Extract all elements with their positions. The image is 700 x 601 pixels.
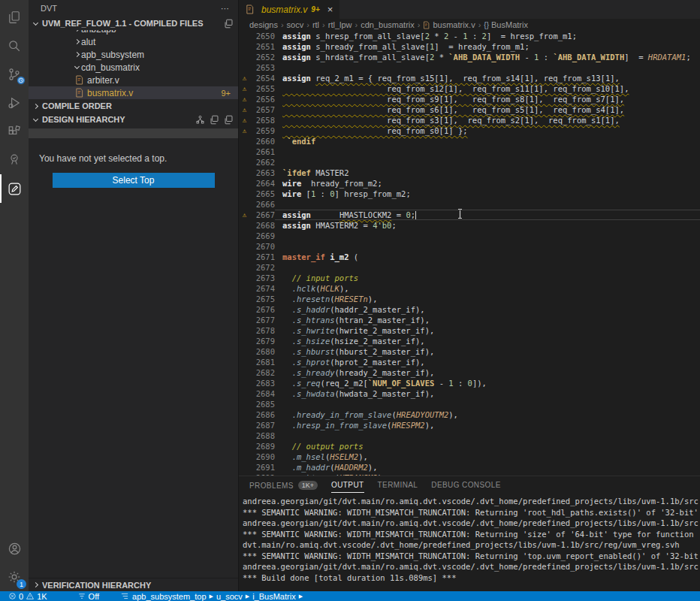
- source-control-icon[interactable]: [0, 60, 29, 89]
- compile-order-header[interactable]: COMPILE ORDER: [29, 99, 238, 113]
- code-line-2673[interactable]: 2673 // input ports: [239, 273, 700, 283]
- tree-item-arbiter-v[interactable]: arbiter.v: [29, 74, 238, 86]
- verification-tree-icon[interactable]: [0, 146, 29, 174]
- tree-item-alut[interactable]: alut: [29, 35, 238, 48]
- code-line-2651[interactable]: 2651assign s_hready_from_all_slave[1] = …: [239, 41, 700, 52]
- code-line-2665[interactable]: 2665wire [1 : 0] hresp_from_m2;: [239, 189, 700, 199]
- breadcrumb-item-rtl_lpw[interactable]: rtl_lpw: [328, 20, 352, 29]
- copy-icon[interactable]: [210, 115, 219, 125]
- explorer-icon[interactable]: [0, 3, 29, 32]
- dvt-edit-icon[interactable]: [0, 174, 29, 203]
- breadcrumb-item-busmatrix-v[interactable]: busmatrix.v: [423, 20, 475, 29]
- code-line-2690[interactable]: 2690 .m_hsel(HSELM2),: [239, 452, 700, 462]
- code-line-2652[interactable]: 2652assign s_hrdata_from_all_slave[2 * `…: [239, 52, 700, 62]
- line-number: 2667: [250, 210, 275, 220]
- code-line-2669[interactable]: 2669: [239, 231, 700, 241]
- code-line-2680[interactable]: 2680 .s_hburst(hburst_2_master_if),: [239, 346, 700, 357]
- code-line-2676[interactable]: 2676 .s_haddr(haddr_2_master_if),: [239, 304, 700, 315]
- settings-gear-icon[interactable]: 1: [0, 563, 29, 591]
- code-line-2692[interactable]: 2692 .m_htrans(HTRANSM2): [239, 473, 700, 476]
- hierarchy-path-item[interactable]: u_socv: [216, 592, 243, 601]
- code-line-2670[interactable]: 2670: [239, 241, 700, 252]
- verification-hierarchy-header[interactable]: VERIFICATION HIERARCHY: [29, 578, 238, 591]
- problems-status[interactable]: 0 1K: [4, 591, 52, 601]
- more-actions-icon[interactable]: ⋯: [221, 4, 229, 14]
- code-line-2687[interactable]: 2687 .hresp_in_from_slave(HRESPM2),: [239, 420, 700, 430]
- code-line-2663[interactable]: 2663`ifdef MASTER2: [239, 168, 700, 178]
- code-line-2659[interactable]: ⚠2659 req_from_s0[1] };: [239, 125, 700, 136]
- search-icon[interactable]: [0, 32, 29, 60]
- panel-tab-output[interactable]: OUTPUT: [331, 481, 364, 493]
- hierarchy-path[interactable]: apb_subsystem_top▶u_socv▶i_BusMatrix▶: [116, 591, 307, 601]
- code-line-2685[interactable]: 2685: [239, 399, 700, 409]
- code-line-2677[interactable]: 2677 .s_htrans(htran_2_master_if),: [239, 315, 700, 325]
- code-text: [275, 262, 700, 273]
- hierarchy-path-item[interactable]: apb_subsystem_top: [132, 592, 206, 601]
- code-line-2686[interactable]: 2686 .hready_in_from_slave(HREADYOUTM2),: [239, 409, 700, 420]
- output-console[interactable]: andreea.georgian/git/dvt.main/ro.amiq.dv…: [239, 495, 700, 591]
- breadcrumb-item-rtl[interactable]: rtl: [312, 20, 319, 29]
- code-line-2672[interactable]: 2672: [239, 262, 700, 273]
- code-line-2674[interactable]: 2674 .hclk(HCLK),: [239, 283, 700, 294]
- code-line-2664[interactable]: 2664wire hready_from_m2;: [239, 178, 700, 189]
- code-line-2655[interactable]: ⚠2655 req_from_s12[1], req_from_s11[1], …: [239, 83, 700, 94]
- code-line-2678[interactable]: 2678 .s_hwrite(hwrite_2_master_if),: [239, 325, 700, 336]
- compiled-files-header[interactable]: UVM_REF_FLOW_1.1 - COMPILED FILES: [29, 17, 238, 30]
- code-line-2653[interactable]: 2653: [239, 62, 700, 73]
- breadcrumb-item-socv[interactable]: socv: [287, 20, 304, 29]
- design-hierarchy-header[interactable]: DESIGN HIERARCHY: [29, 113, 238, 126]
- code-line-2684[interactable]: 2684 .s_hwdata(hwdata_2_master_if),: [239, 388, 700, 399]
- breadcrumb-item-designs[interactable]: designs: [249, 20, 278, 29]
- panel-tab-terminal[interactable]: TERMINAL: [378, 481, 418, 492]
- line-number: 2670: [250, 241, 275, 252]
- gutter-spacer: [239, 136, 250, 146]
- code-line-2668[interactable]: 2668assign HMASTERM2 = 4'b0;: [239, 220, 700, 231]
- code-line-2667[interactable]: ⚠2667assign HMASTLOCKM2 = 0;: [239, 210, 700, 220]
- code-line-2658[interactable]: ⚠2658 req_from_s3[1], req_from_s2[1], re…: [239, 115, 700, 125]
- tree-item-cdn_busmatrix[interactable]: cdn_busmatrix: [29, 61, 238, 74]
- code-line-2650[interactable]: 2650assign s_hresp_from_all_slave[2 * 2 …: [239, 31, 700, 41]
- gutter-warning-icon: ⚠: [239, 104, 250, 115]
- tree-item-busmatrix-v[interactable]: busmatrix.v9+: [29, 86, 238, 99]
- run-debug-icon[interactable]: [0, 89, 29, 117]
- code-line-2660[interactable]: 2660 `endif: [239, 136, 700, 146]
- account-icon[interactable]: [0, 534, 29, 563]
- output-line: *** SEMANTIC WARNING: WIDTH_MISMATCH_TRU…: [243, 529, 700, 540]
- panel-tab-debug-console[interactable]: DEBUG CONSOLE: [431, 481, 500, 492]
- code-line-2654[interactable]: ⚠2654assign req_2_m1 = { req_from_s15[1]…: [239, 73, 700, 83]
- breadcrumb-item-BusMatrix[interactable]: {}BusMatrix: [484, 20, 528, 29]
- tree-item-ahb2apb[interactable]: ahb2apb: [29, 30, 238, 35]
- close-icon[interactable]: ×: [327, 5, 333, 14]
- code-editor[interactable]: 2650assign s_hresp_from_all_slave[2 * 2 …: [239, 31, 700, 476]
- code-line-2689[interactable]: 2689 // output ports: [239, 441, 700, 452]
- code-text: assign req_2_m1 = { req_from_s15[1], req…: [275, 73, 700, 83]
- code-line-2691[interactable]: 2691 .m_haddr(HADDRM2),: [239, 462, 700, 473]
- hierarchy-path-item[interactable]: i_BusMatrix: [252, 592, 295, 601]
- hierarchy-filter-input[interactable]: [29, 128, 238, 138]
- code-line-2679[interactable]: 2679 .s_hsize(hsize_2_master_if),: [239, 336, 700, 346]
- tab-busmatrix[interactable]: busmatrix.v 9+ ×: [239, 0, 339, 19]
- panel-tab-problems[interactable]: PROBLEMS1K+: [249, 481, 318, 493]
- extensions-icon[interactable]: [0, 117, 29, 146]
- tree-item-label: arbiter.v: [87, 75, 119, 86]
- breadcrumb-separator: ›: [355, 20, 358, 29]
- code-line-2666[interactable]: 2666: [239, 199, 700, 210]
- code-text: assign s_hresp_from_all_slave[2 * 2 - 1 …: [275, 31, 700, 41]
- open-editors-icon[interactable]: [224, 19, 234, 29]
- code-line-2683[interactable]: 2683 .s_req(req_2_m2[`NUM_OF_SLAVES - 1 …: [239, 378, 700, 388]
- tree-item-apb_subsystem[interactable]: apb_subsystem: [29, 48, 238, 61]
- code-line-2656[interactable]: ⚠2656 req_from_s9[1], req_from_s8[1], re…: [239, 94, 700, 104]
- type-hierarchy-icon[interactable]: [195, 115, 205, 125]
- code-line-2657[interactable]: ⚠2657 req_from_s6[1], req_from_s5[1], re…: [239, 104, 700, 115]
- code-line-2662[interactable]: 2662: [239, 157, 700, 168]
- select-top-button[interactable]: Select Top: [53, 173, 215, 188]
- code-line-2671[interactable]: 2671master_if i_m2 (: [239, 252, 700, 262]
- code-line-2682[interactable]: 2682 .s_hready(hready_2_master_if),: [239, 367, 700, 378]
- code-line-2688[interactable]: 2688: [239, 430, 700, 441]
- code-line-2675[interactable]: 2675 .hresetn(HRESETn),: [239, 294, 700, 304]
- collapse-all-icon[interactable]: [224, 115, 234, 125]
- breadcrumb-item-cdn_busmatrix[interactable]: cdn_busmatrix: [361, 20, 415, 29]
- filter-status[interactable]: Off: [73, 591, 104, 601]
- code-line-2661[interactable]: 2661: [239, 146, 700, 157]
- code-line-2681[interactable]: 2681 .s_hprot(hprot_2_master_if),: [239, 357, 700, 367]
